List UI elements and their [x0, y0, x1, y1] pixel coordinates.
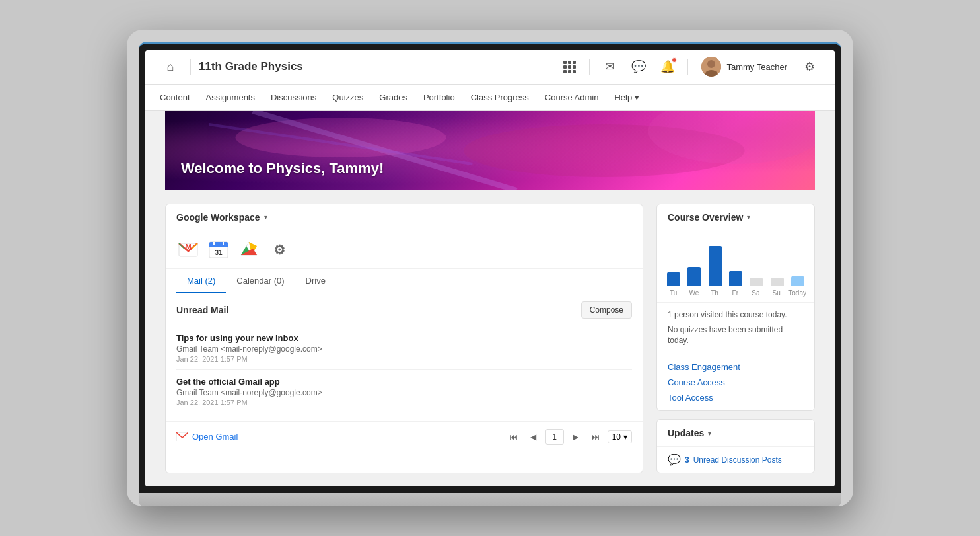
home-icon: ⌂ — [167, 60, 174, 74]
bar-su — [771, 278, 784, 286]
updates-title: Updates — [668, 428, 704, 438]
course-overview-card: Course Overview ▾ — [656, 204, 815, 411]
chart-bar-today — [790, 276, 806, 286]
first-page-button[interactable]: ⏮ — [506, 429, 522, 445]
label-today: Today — [788, 289, 806, 297]
laptop-base — [139, 493, 841, 506]
apps-button[interactable] — [557, 55, 581, 79]
notifications-button[interactable]: 🔔 — [656, 55, 680, 79]
mail-subject-1: Tips for using your new inbox — [176, 333, 632, 343]
svg-text:31: 31 — [215, 249, 223, 256]
right-panel: Course Overview ▾ — [656, 204, 815, 473]
nav-quizzes[interactable]: Quizzes — [331, 84, 365, 110]
class-engagement-link[interactable]: Class Engagement — [668, 362, 804, 372]
main-content: Google Workspace ▾ M — [145, 190, 835, 486]
home-button[interactable]: ⌂ — [158, 55, 182, 79]
open-gmail-link[interactable]: Open Gmail — [166, 426, 248, 447]
settings-button[interactable]: ⚙ — [798, 55, 822, 79]
nav-course-admin[interactable]: Course Admin — [543, 84, 600, 110]
label-we: We — [685, 289, 702, 297]
hero-banner: Welcome to Physics, Tammy! — [165, 111, 815, 190]
laptop: ⌂ 11th Grade Physics ✉ — [127, 30, 853, 506]
chart-bar-fr — [727, 271, 744, 286]
mail-sender-2: Gmail Team <mail-noreply@google.com> — [176, 388, 632, 397]
course-overview-header: Course Overview ▾ — [657, 204, 814, 231]
chart-bar-we — [685, 267, 702, 286]
settings-gear-icon: ⚙ — [273, 242, 285, 258]
update-item-1: 💬 3 Unread Discussion Posts — [668, 453, 804, 466]
screen: ⌂ 11th Grade Physics ✉ — [145, 50, 835, 486]
mail-date-1: Jan 22, 2021 1:57 PM — [176, 355, 632, 363]
compose-button[interactable]: Compose — [581, 301, 632, 319]
chart-bar-sa — [748, 278, 765, 286]
course-overview-dropdown[interactable]: ▾ — [747, 213, 750, 221]
label-sa: Sa — [748, 289, 764, 297]
bar-we — [687, 267, 701, 286]
chart-bars — [665, 239, 806, 286]
nav-class-progress[interactable]: Class Progress — [470, 84, 530, 110]
mail-item-1[interactable]: Tips for using your new inbox Gmail Team… — [176, 326, 632, 370]
avatar — [701, 57, 721, 77]
label-th: Th — [706, 289, 722, 297]
mail-date-2: Jan 22, 2021 1:57 PM — [176, 399, 632, 406]
page-size-selector[interactable]: 10 ▾ — [608, 430, 632, 443]
nav-grades[interactable]: Grades — [378, 84, 409, 110]
bar-th — [709, 246, 722, 286]
mail-button[interactable]: ✉ — [598, 55, 621, 79]
nav-help[interactable]: Help ▾ — [613, 84, 640, 110]
chat-icon: 💬 — [631, 59, 646, 74]
nav-discussions[interactable]: Discussions — [269, 84, 318, 110]
gw-header: Google Workspace ▾ — [166, 204, 643, 231]
bar-tu — [667, 272, 680, 286]
next-page-button[interactable]: ▶ — [568, 429, 584, 445]
notification-badge — [672, 57, 677, 63]
svg-point-1 — [707, 60, 715, 68]
gmail-small-icon — [176, 432, 188, 441]
gcal-icon-button[interactable]: 31 — [207, 238, 230, 262]
page-size-arrow: ▾ — [623, 432, 627, 441]
updates-dropdown[interactable]: ▾ — [708, 430, 711, 437]
user-name: Tammy Teacher — [726, 62, 787, 72]
prev-page-button[interactable]: ◀ — [526, 429, 542, 445]
label-tu: Tu — [665, 289, 682, 297]
top-navigation: ⌂ 11th Grade Physics ✉ — [145, 50, 835, 85]
mail-item-2[interactable]: Get the official Gmail app Gmail Team <m… — [176, 370, 632, 413]
tab-calendar[interactable]: Calendar (0) — [226, 269, 295, 293]
secondary-navigation: Content Assignments Discussions Quizzes … — [145, 85, 835, 111]
stat-2: No quizzes have been submitted today. — [668, 325, 804, 347]
open-gmail-text: Open Gmail — [192, 432, 238, 441]
gmail-icon-button[interactable]: M — [176, 238, 200, 262]
course-access-link[interactable]: Course Access — [668, 377, 804, 387]
nav-portfolio[interactable]: Portfolio — [422, 84, 456, 110]
label-fr: Fr — [727, 289, 744, 297]
mail-sender-1: Gmail Team <mail-noreply@google.com> — [176, 344, 632, 354]
gw-title: Google Workspace — [176, 212, 260, 223]
tool-access-link[interactable]: Tool Access — [668, 393, 804, 402]
chat-button[interactable]: 💬 — [627, 55, 650, 79]
user-menu[interactable]: Tammy Teacher — [696, 54, 792, 79]
update-count-1: 3 — [685, 455, 689, 465]
update-discussion-link[interactable]: Unread Discussion Posts — [693, 455, 782, 465]
nav-left: ⌂ 11th Grade Physics — [158, 55, 303, 79]
course-stats: 1 person visited this course today. No q… — [657, 302, 814, 357]
chart-labels: Tu We Th Fr Sa Su Today — [665, 289, 806, 297]
course-links: Class Engagement Course Access Tool Acce… — [657, 357, 814, 410]
screen-bezel: ⌂ 11th Grade Physics ✉ — [139, 42, 841, 493]
hero-background — [165, 111, 815, 190]
separator-1 — [589, 59, 590, 75]
gw-dropdown-arrow[interactable]: ▾ — [264, 213, 267, 221]
updates-header: Updates ▾ — [657, 420, 814, 447]
mail-subject-2: Get the official Gmail app — [176, 377, 632, 387]
nav-content[interactable]: Content — [158, 84, 192, 110]
svg-rect-14 — [209, 246, 228, 247]
gw-icons-row: M 31 — [166, 231, 643, 269]
tab-mail[interactable]: Mail (2) — [176, 269, 226, 293]
gw-settings-icon-button[interactable]: ⚙ — [267, 238, 291, 262]
updates-card: Updates ▾ 💬 3 Unread Discussion Posts — [656, 419, 815, 473]
mail-section: Unread Mail Compose Tips for using your … — [166, 293, 643, 421]
nav-assignments[interactable]: Assignments — [205, 84, 256, 110]
tab-drive[interactable]: Drive — [295, 269, 336, 293]
gdrive-icon-button[interactable] — [237, 238, 261, 262]
apps-grid-icon — [563, 61, 576, 73]
last-page-button[interactable]: ⏭ — [588, 429, 604, 445]
